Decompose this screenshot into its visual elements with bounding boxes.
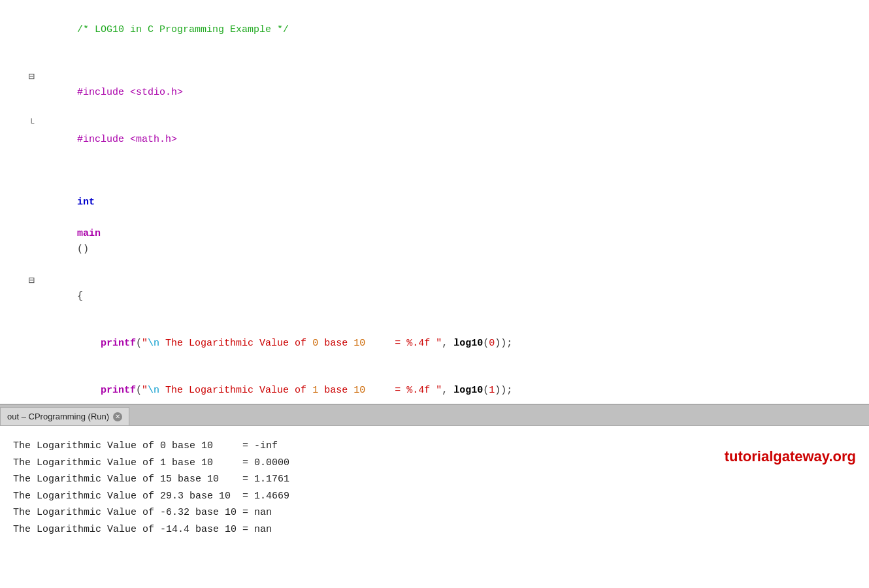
code-text [37,163,869,179]
code-text: int main () [37,179,869,273]
space [77,212,83,223]
code-line-include2: └ #include <math.h> [0,116,869,163]
output-content: The Logarithmic Value of 0 base 10 = -in… [0,426,869,588]
output-tab[interactable]: out – CProgramming (Run) ✕ [0,407,129,425]
preprocessor-text: #include <stdio.h> [77,87,183,98]
parens: () [77,244,89,255]
comment-text: /* LOG10 in C Programming Example */ [77,24,289,35]
tab-close-button[interactable]: ✕ [113,412,122,421]
code-line-blank2 [0,163,869,179]
code-line-brace-open: ⊟ { [0,273,869,320]
printf-keyword: printf [101,338,136,349]
output-line-4: The Logarithmic Value of 29.3 base 10 = … [13,488,698,505]
output-tab-bar: out – CProgramming (Run) ✕ [0,405,869,426]
fold-corner-icon: └ [26,116,37,131]
code-text: printf("\n The Logarithmic Value of 1 ba… [37,367,869,405]
code-text [37,54,869,69]
code-line-main: int main () [0,179,869,273]
output-line-3: The Logarithmic Value of 15 base 10 = 1.… [13,471,698,488]
code-editor: /* LOG10 in C Programming Example */ ⊟ #… [0,0,869,405]
output-line-6: The Logarithmic Value of -14.4 base 10 =… [13,521,698,538]
preprocessor-text: #include <math.h> [77,134,177,145]
fold-minus-icon[interactable]: ⊟ [26,69,37,86]
output-line-1: The Logarithmic Value of 0 base 10 = -in… [13,438,698,455]
output-tab-label: out – CProgramming (Run) [7,412,109,421]
code-text: { [37,273,869,320]
code-text: #include <math.h> [37,116,869,163]
code-line-printf2: printf("\n The Logarithmic Value of 1 ba… [0,367,869,405]
output-lines: The Logarithmic Value of 0 base 10 = -in… [13,438,698,576]
code-line-blank [0,54,869,69]
function-main: main [77,228,101,239]
code-line-1: /* LOG10 in C Programming Example */ [0,7,869,54]
brace-open: { [77,291,83,302]
keyword-int: int [77,197,95,208]
output-line-5: The Logarithmic Value of -6.32 base 10 =… [13,504,698,521]
watermark-text: tutorialgateway.org [698,438,856,576]
fold-minus-icon2[interactable]: ⊟ [26,273,37,290]
code-line-include1: ⊟ #include <stdio.h> [0,69,869,116]
output-panel: out – CProgramming (Run) ✕ The Logarithm… [0,405,869,588]
code-line-printf1: printf("\n The Logarithmic Value of 0 ba… [0,320,869,367]
code-text: /* LOG10 in C Programming Example */ [37,7,869,54]
code-text: printf("\n The Logarithmic Value of 0 ba… [37,320,869,367]
output-line-2: The Logarithmic Value of 1 base 10 = 0.0… [13,455,698,472]
code-text: #include <stdio.h> [37,69,869,116]
